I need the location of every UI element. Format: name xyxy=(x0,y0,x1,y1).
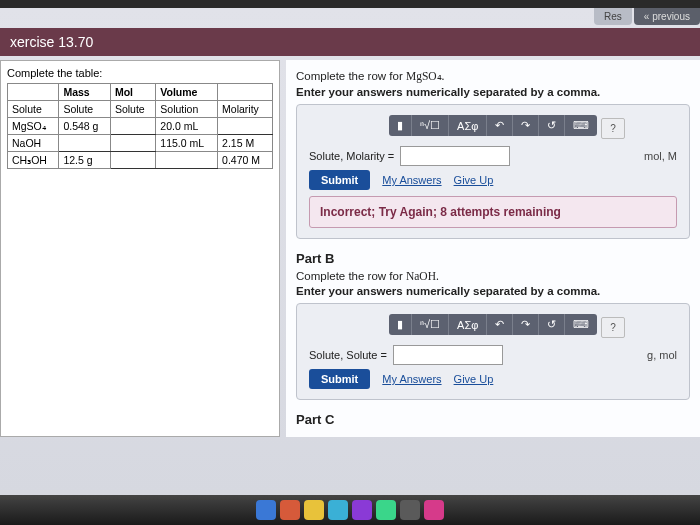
dock-app-icon[interactable] xyxy=(352,500,372,520)
macos-dock xyxy=(0,495,700,525)
keyboard-icon[interactable]: ⌨ xyxy=(564,314,597,335)
dock-app-icon[interactable] xyxy=(256,500,276,520)
root-icon[interactable]: ⁿ√☐ xyxy=(411,115,448,136)
part-a-instruction: Complete the row for MgSO₄. xyxy=(296,69,690,83)
blank-input[interactable] xyxy=(218,118,273,135)
feedback-message: Incorrect; Try Again; 8 attempts remaini… xyxy=(309,196,677,228)
my-answers-link[interactable]: My Answers xyxy=(382,373,441,385)
dock-app-icon[interactable] xyxy=(280,500,300,520)
templates-icon[interactable]: ▮ xyxy=(389,314,411,335)
blank-input[interactable] xyxy=(110,118,155,135)
answer-box-a: ▮ ⁿ√☐ ΑΣφ ↶ ↷ ↺ ⌨ ? Solute, Molarity = m… xyxy=(296,104,690,239)
keyboard-icon[interactable]: ⌨ xyxy=(564,115,597,136)
blank-input[interactable] xyxy=(156,152,218,169)
part-b-heading: Part B xyxy=(296,251,690,266)
reset-icon[interactable]: ↺ xyxy=(538,115,564,136)
part-c-heading: Part C xyxy=(296,412,690,427)
dock-app-icon[interactable] xyxy=(304,500,324,520)
blank-input[interactable] xyxy=(110,152,155,169)
submit-button[interactable]: Submit xyxy=(309,170,370,190)
part-a-hint: Enter your answers numerically separated… xyxy=(296,86,690,98)
tab-resources[interactable]: Res xyxy=(594,8,632,25)
exercise-title: xercise 13.70 xyxy=(0,28,700,56)
part-b-instruction: Complete the row for NaOH. xyxy=(296,270,690,282)
blank-input[interactable] xyxy=(59,135,111,152)
dock-app-icon[interactable] xyxy=(400,500,420,520)
answer-label: Solute, Solute = xyxy=(309,349,387,361)
table-subheader-row: Solute Solute Solute Solution Molarity xyxy=(8,101,273,118)
dock-app-icon[interactable] xyxy=(328,500,348,520)
dock-app-icon[interactable] xyxy=(424,500,444,520)
answer-box-b: ▮ ⁿ√☐ ΑΣφ ↶ ↷ ↺ ⌨ ? Solute, Solute = g, … xyxy=(296,303,690,400)
data-table: Mass Mol Volume Solute Solute Solute Sol… xyxy=(7,83,273,169)
math-toolbar: ▮ ⁿ√☐ ΑΣφ ↶ ↷ ↺ ⌨ xyxy=(389,314,597,335)
tab-previous[interactable]: « previous xyxy=(634,8,700,25)
answer-label: Solute, Molarity = xyxy=(309,150,394,162)
dock-app-icon[interactable] xyxy=(376,500,396,520)
help-icon[interactable]: ? xyxy=(601,118,625,139)
table-header-row: Mass Mol Volume xyxy=(8,84,273,101)
content-row: Complete the table: Mass Mol Volume Solu… xyxy=(0,60,700,437)
part-b-hint: Enter your answers numerically separated… xyxy=(296,285,690,297)
help-icon[interactable]: ? xyxy=(601,317,625,338)
answer-panel: Complete the row for MgSO₄. Enter your a… xyxy=(286,60,700,437)
answer-input-row: Solute, Molarity = mol, M xyxy=(309,146,677,166)
templates-icon[interactable]: ▮ xyxy=(389,115,411,136)
greek-icon[interactable]: ΑΣφ xyxy=(448,314,486,335)
table-row: NaOH 115.0 mL 2.15 M xyxy=(8,135,273,152)
redo-icon[interactable]: ↷ xyxy=(512,314,538,335)
undo-icon[interactable]: ↶ xyxy=(486,115,512,136)
redo-icon[interactable]: ↷ xyxy=(512,115,538,136)
answer-input-row: Solute, Solute = g, mol xyxy=(309,345,677,365)
root-icon[interactable]: ⁿ√☐ xyxy=(411,314,448,335)
reset-icon[interactable]: ↺ xyxy=(538,314,564,335)
submit-row: Submit My Answers Give Up xyxy=(309,170,677,190)
blank-input[interactable] xyxy=(110,135,155,152)
submit-row: Submit My Answers Give Up xyxy=(309,369,677,389)
answer-input[interactable] xyxy=(393,345,503,365)
table-panel: Complete the table: Mass Mol Volume Solu… xyxy=(0,60,280,437)
give-up-link[interactable]: Give Up xyxy=(454,174,494,186)
table-title: Complete the table: xyxy=(7,67,273,79)
table-row: CH₃OH 12.5 g 0.470 M xyxy=(8,152,273,169)
my-answers-link[interactable]: My Answers xyxy=(382,174,441,186)
greek-icon[interactable]: ΑΣφ xyxy=(448,115,486,136)
submit-button[interactable]: Submit xyxy=(309,369,370,389)
header-tabs: Res « previous xyxy=(594,8,700,25)
math-toolbar: ▮ ⁿ√☐ ΑΣφ ↶ ↷ ↺ ⌨ xyxy=(389,115,597,136)
answer-units: mol, M xyxy=(644,150,677,162)
answer-input[interactable] xyxy=(400,146,510,166)
answer-units: g, mol xyxy=(647,349,677,361)
give-up-link[interactable]: Give Up xyxy=(454,373,494,385)
undo-icon[interactable]: ↶ xyxy=(486,314,512,335)
app-screen: Res « previous xercise 13.70 Complete th… xyxy=(0,8,700,495)
table-row: MgSO₄ 0.548 g 20.0 mL xyxy=(8,118,273,135)
